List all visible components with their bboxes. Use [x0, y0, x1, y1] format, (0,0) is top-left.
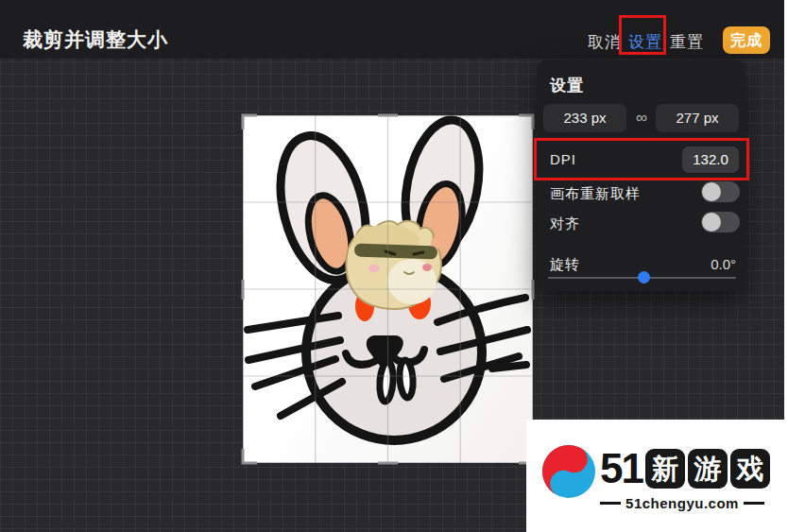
brand-stamp-1: 新: [645, 449, 685, 489]
rotation-slider-knob[interactable]: [638, 271, 650, 283]
rotation-value: 0.0°: [711, 256, 736, 272]
top-bar: 裁剪并调整大小 取消 设置 重置 完成: [0, 0, 788, 59]
tagline-dash-right: [744, 502, 764, 505]
settings-panel: 设置 233 px ∞ 277 px DPI 132.0 画布重新取样 对齐 旋…: [537, 60, 745, 291]
toggle-knob: [702, 213, 721, 232]
watermark: 51 新 游 戏 51chengyu.com: [526, 420, 788, 532]
brand-number: 51: [600, 448, 642, 489]
canvas-resample-label: 画布重新取样: [550, 185, 641, 203]
canvas-resample-toggle[interactable]: [701, 181, 740, 202]
toggle-knob: [702, 182, 721, 201]
rotation-label: 旋转: [550, 256, 580, 274]
link-dimensions-icon[interactable]: ∞: [627, 104, 656, 132]
site-url: 51chengyu.com: [625, 495, 739, 511]
height-field[interactable]: 277 px: [656, 104, 739, 132]
settings-panel-title: 设置: [550, 75, 584, 96]
width-field[interactable]: 233 px: [543, 104, 626, 132]
reset-button[interactable]: 重置: [670, 31, 704, 53]
brand-stamp-3: 戏: [730, 449, 770, 489]
cancel-button[interactable]: 取消: [588, 31, 622, 53]
snap-label: 对齐: [550, 215, 580, 233]
brand-logo-icon: [540, 442, 598, 501]
brand-tagline: 51chengyu.com: [600, 495, 764, 511]
snap-toggle[interactable]: [701, 212, 740, 232]
done-button[interactable]: 完成: [723, 26, 770, 54]
dpi-label: DPI: [550, 151, 576, 167]
rotation-slider[interactable]: [548, 277, 736, 279]
brand-stamp-2: 游: [688, 449, 728, 489]
tagline-dash-left: [600, 502, 621, 505]
dpi-field[interactable]: 132.0: [682, 146, 739, 173]
crop-canvas[interactable]: [243, 115, 533, 463]
brand-text: 51 新 游 戏: [600, 448, 770, 489]
settings-button[interactable]: 设置: [628, 31, 662, 53]
page-title: 裁剪并调整大小: [23, 26, 168, 53]
